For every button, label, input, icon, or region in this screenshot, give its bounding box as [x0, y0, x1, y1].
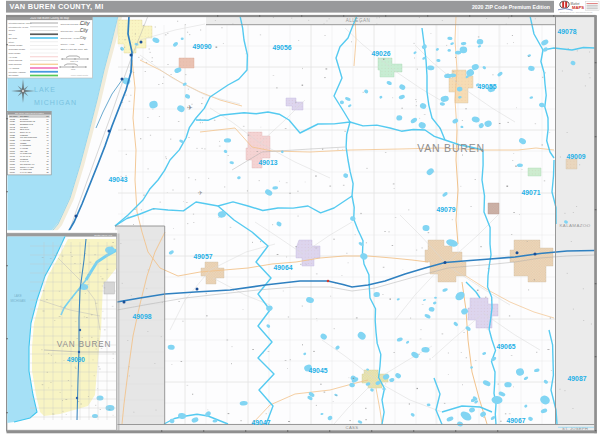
svg-text:Toll Roads: Toll Roads: [9, 74, 19, 76]
svg-text:Interstate/Limited Access: Interstate/Limited Access: [9, 22, 32, 24]
svg-text:49064: 49064: [274, 264, 293, 271]
svg-text:49065: 49065: [497, 343, 516, 350]
svg-text:South Haven Area: South Haven Area: [94, 234, 113, 236]
svg-text:49079: 49079: [437, 206, 456, 213]
svg-text:2020 ZIP Code Premium Edition: 2020 ZIP Code Premium Edition: [472, 4, 550, 10]
svg-text:49071: 49071: [522, 189, 541, 196]
svg-text:Primary Roads: Primary Roads: [9, 44, 23, 46]
svg-text:City: City: [80, 28, 89, 33]
svg-text:All Highway: All Highway: [9, 67, 21, 69]
svg-text:MAPS: MAPS: [572, 5, 584, 10]
svg-text:49067: 49067: [507, 417, 526, 424]
svg-text:49090: 49090: [67, 356, 85, 363]
svg-text:Street: Street: [9, 41, 15, 43]
svg-text:49047: 49047: [252, 419, 271, 426]
svg-text:49043: 49043: [109, 176, 128, 183]
svg-text:49009: 49009: [10, 171, 15, 173]
svg-text:Main Railroad: Main Railroad: [9, 63, 23, 65]
svg-text:City: City: [80, 20, 91, 26]
svg-text:Interstate/Ltd Acc Toll: Interstate/Ltd Acc Toll: [9, 26, 29, 28]
svg-text:49013: 49013: [259, 159, 278, 166]
svg-text:MICHIGAN: MICHIGAN: [34, 99, 77, 106]
svg-text:VAN BUREN: VAN BUREN: [57, 340, 111, 349]
svg-text:Interstate Highway: Interstate Highway: [9, 71, 27, 73]
svg-text:Miles: Miles: [71, 68, 75, 70]
svg-text:ALLEGAN: ALLEGAN: [346, 18, 371, 23]
svg-text:49026: 49026: [372, 50, 391, 57]
svg-text:VAN BUREN: VAN BUREN: [417, 142, 485, 154]
svg-text:Scale 1:2: Scale 1:2: [70, 60, 78, 62]
svg-text:ZIP Code Index/Govt Located: ZIP Code Index/Govt Located: [15, 112, 45, 114]
svg-text:Where Insight Counts: Where Insight Counts: [71, 74, 88, 76]
svg-text:49098: 49098: [133, 313, 152, 320]
svg-text:49055: 49055: [478, 83, 497, 90]
svg-text:Toll: Toll: [9, 33, 13, 35]
svg-text:✈: ✈: [187, 104, 193, 111]
svg-text:KALAMAZOO: KALAMAZOO: [20, 171, 32, 173]
svg-text:49056: 49056: [273, 44, 292, 51]
svg-text:CASS: CASS: [345, 425, 358, 430]
svg-text:✈: ✈: [197, 190, 202, 196]
svg-text:LAKE: LAKE: [34, 86, 56, 93]
svg-text:ST. JOSEPH: ST. JOSEPH: [562, 426, 588, 431]
svg-text:VAN BUREN COUNTY, MI: VAN BUREN COUNTY, MI: [10, 2, 104, 11]
svg-text:Air Fields: Air Fields: [9, 56, 18, 58]
svg-text:49009: 49009: [567, 153, 586, 160]
svg-text:35: 35: [46, 171, 48, 173]
svg-text:49045: 49045: [309, 367, 328, 374]
svg-text:LAKE: LAKE: [14, 294, 22, 298]
svg-text:Cross Railroad: Cross Railroad: [9, 59, 24, 61]
svg-text:Minor Roads: Minor Roads: [9, 52, 21, 54]
svg-text:Secondary Roads: Secondary Roads: [9, 48, 26, 50]
svg-text:KALAMAZOO: KALAMAZOO: [560, 223, 591, 228]
svg-text:Bringing Data To Life | www.Ma: Bringing Data To Life | www.MarketMAPS.c…: [560, 11, 593, 13]
svg-text:City: City: [80, 36, 86, 40]
svg-text:ZIP Code: ZIP Code: [9, 37, 19, 39]
svg-text:MICHIGAN: MICHIGAN: [11, 299, 26, 303]
svg-text:49087: 49087: [568, 375, 587, 382]
svg-text:49090: 49090: [193, 43, 212, 50]
svg-text:County: County: [9, 29, 17, 31]
svg-text:49057: 49057: [194, 253, 213, 260]
svg-text:49078: 49078: [558, 28, 577, 35]
